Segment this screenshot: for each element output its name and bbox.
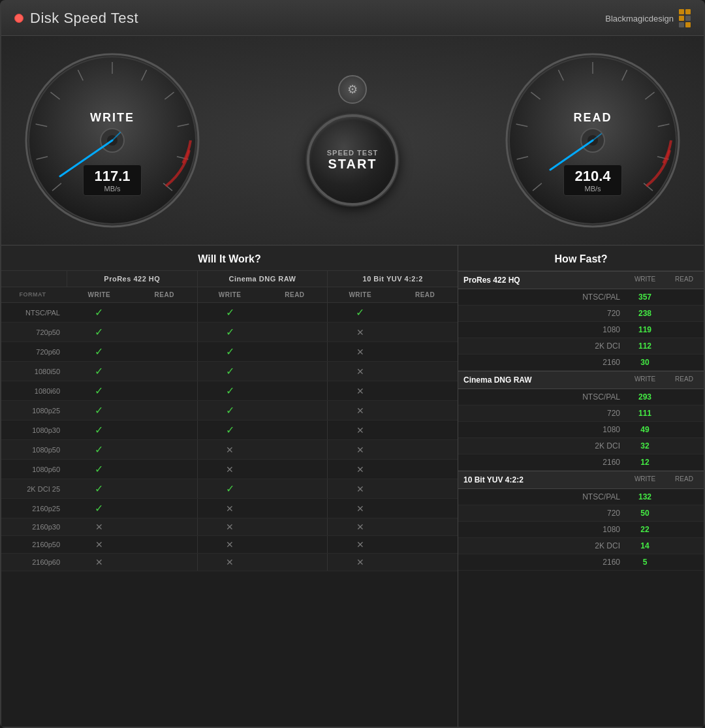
brand-name: Blackmagicdesign: [605, 14, 674, 24]
check-cell: ✓: [67, 362, 132, 381]
check-cell: [392, 460, 458, 479]
right-write-value: 111: [625, 405, 665, 421]
table-row: 720p60✓✓✕: [1, 342, 458, 362]
right-label-cell: 720: [458, 405, 625, 421]
check-cell: [262, 323, 328, 341]
check-cell: ✕: [327, 323, 392, 341]
check-cell: ✓: [67, 420, 132, 439]
start-button[interactable]: SPEED TEST START: [307, 114, 398, 206]
check-cell: ✕: [327, 401, 392, 420]
right-label-cell: 2160: [458, 355, 625, 370]
right-label-cell: 2160: [458, 554, 625, 570]
read-gauge-svg: [501, 49, 684, 232]
right-row: 72050: [458, 505, 704, 522]
format-cell: 720p60: [1, 342, 67, 361]
table-row: 1080p25✓✓✕: [1, 401, 458, 420]
right-section-header: 10 Bit YUV 4:2:2WRITEREAD: [458, 471, 704, 489]
brand-logo: Blackmagicdesign: [605, 9, 691, 27]
check-cell: [262, 518, 328, 535]
table-row: 2160p50✕✕✕: [1, 536, 458, 554]
check-cell: [392, 362, 458, 381]
right-write-value: 22: [625, 522, 665, 537]
right-read-value: [665, 338, 704, 354]
check-cell: [392, 518, 458, 535]
right-row: 216030: [458, 355, 704, 371]
brand-dot: [679, 9, 684, 14]
check-cell: [132, 362, 197, 381]
read-value: 210.4: [572, 168, 614, 185]
start-button-line2: START: [328, 157, 377, 172]
right-write-value: 112: [625, 338, 665, 354]
check-cell: ✕: [327, 342, 392, 361]
write-gauge: WRITE 117.1 MB/s: [21, 49, 204, 232]
right-write-value: 132: [625, 489, 665, 505]
right-read-value: [665, 355, 704, 370]
check-cell: [132, 323, 197, 341]
table-row: NTSC/PAL✓✓✓: [1, 303, 458, 323]
check-cell: [132, 401, 197, 420]
right-label-cell: 1080: [458, 522, 625, 537]
check-cell: ✓: [197, 323, 262, 341]
close-button[interactable]: [14, 14, 24, 23]
check-cell: ✕: [197, 518, 262, 535]
check-cell: [132, 536, 197, 553]
left-header-top: ProRes 422 HQ Cinema DNG RAW 10 Bit YUV …: [1, 271, 458, 287]
read-gauge-display: 210.4 MB/s: [563, 165, 622, 196]
check-cell: ✕: [327, 420, 392, 439]
write-gauge-svg: [21, 49, 204, 232]
write-col-label: WRITE: [625, 272, 665, 289]
format-cell: 2160p30: [1, 518, 67, 535]
right-read-value: [665, 489, 704, 505]
right-section-title: How Fast?: [458, 245, 704, 271]
check-cell: [392, 401, 458, 420]
prores-read-header: READ: [132, 287, 197, 302]
gauge-section: WRITE 117.1 MB/s ⚙ SPEED TEST START: [1, 36, 704, 245]
check-cell: ✓: [67, 401, 132, 420]
write-gauge-label: WRITE: [90, 111, 134, 125]
right-read-value: [665, 306, 704, 321]
right-label-cell: 1080: [458, 322, 625, 338]
right-write-value: 12: [625, 454, 665, 470]
check-cell: [262, 401, 328, 420]
right-read-value: [665, 289, 704, 305]
check-cell: ✓: [67, 499, 132, 518]
check-cell: [392, 420, 458, 439]
settings-button[interactable]: ⚙: [338, 75, 367, 104]
read-gauge: READ 210.4 MB/s: [501, 49, 684, 232]
check-cell: ✕: [327, 536, 392, 553]
cdng-header: Cinema DNG RAW: [197, 271, 328, 287]
check-cell: [392, 499, 458, 518]
check-cell: [132, 518, 197, 535]
check-cell: ✕: [197, 440, 262, 459]
yuv-read-header: READ: [392, 287, 458, 302]
check-cell: [262, 499, 328, 518]
check-cell: [132, 460, 197, 479]
right-write-value: 293: [625, 389, 665, 405]
check-cell: [392, 342, 458, 361]
write-unit: MB/s: [91, 185, 133, 193]
check-cell: ✓: [67, 440, 132, 459]
right-table: How Fast? ProRes 422 HQWRITEREADNTSC/PAL…: [458, 245, 704, 727]
table-row: 720p50✓✓✕: [1, 323, 458, 342]
check-cell: [132, 479, 197, 498]
right-read-value: [665, 554, 704, 570]
format-cell: 720p50: [1, 323, 67, 341]
brand-dot: [685, 22, 691, 27]
format-col-header: [1, 271, 67, 287]
table-row: 1080p50✓✕✕: [1, 440, 458, 460]
check-cell: [392, 536, 458, 553]
read-col-label: READ: [665, 372, 704, 388]
right-read-value: [665, 522, 704, 537]
title-bar: Disk Speed Test Blackmagicdesign: [1, 1, 704, 36]
check-cell: [392, 303, 458, 322]
right-row: 108049: [458, 422, 704, 438]
check-cell: [132, 303, 197, 322]
format-cell: 1080p50: [1, 440, 67, 459]
right-write-value: 32: [625, 438, 665, 454]
check-cell: ✓: [197, 420, 262, 439]
right-section-header: Cinema DNG RAWWRITEREAD: [458, 371, 704, 389]
table-row: 1080p60✓✕✕: [1, 460, 458, 479]
check-cell: [262, 479, 328, 498]
format-cell: 1080i60: [1, 381, 67, 400]
right-label-cell: NTSC/PAL: [458, 389, 625, 405]
